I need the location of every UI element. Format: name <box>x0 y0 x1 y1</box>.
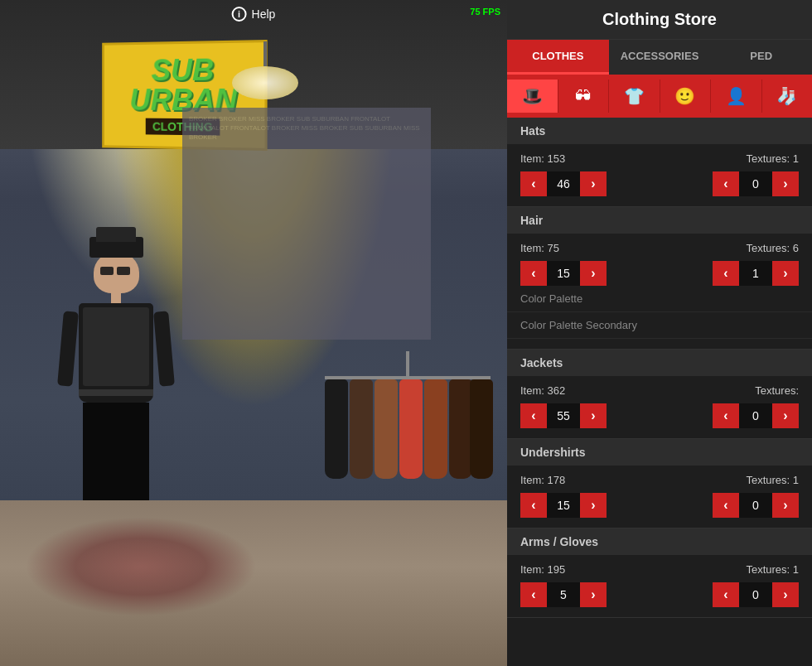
jackets-item-next[interactable]: › <box>580 403 607 428</box>
hats-texture-stepper: ‹ 0 › <box>713 171 799 196</box>
tab-ped[interactable]: PED <box>710 40 812 75</box>
arms-texture-next[interactable]: › <box>772 582 799 607</box>
undershirts-item-label: Item: 178 <box>520 474 565 486</box>
game-viewport: SUB URBAN CLOTHING BROKER BROKER MISS BR… <box>0 0 507 666</box>
hair-item-next[interactable]: › <box>580 261 607 286</box>
hair-texture-next[interactable]: › <box>772 261 799 286</box>
person-icon: 👤 <box>726 86 747 106</box>
category-icon-row: 🎩 🕶 👕 🙂 👤 🧦 <box>507 75 812 118</box>
hat-icon-btn[interactable]: 🎩 <box>507 80 558 113</box>
undershirts-item-value: 15 <box>547 493 580 518</box>
shirt-icon-btn[interactable]: 👕 <box>609 80 660 113</box>
hair-textures-label: Textures: 6 <box>746 242 799 254</box>
hats-texture-prev[interactable]: ‹ <box>713 171 739 196</box>
info-icon: i <box>232 7 247 22</box>
socks-icon-btn[interactable]: 🧦 <box>762 80 813 113</box>
section-arms-header: Arms / Gloves <box>507 528 812 555</box>
fps-counter: 75 FPS <box>470 7 500 17</box>
jackets-item-prev[interactable]: ‹ <box>520 403 547 428</box>
section-undershirts-header: Undershirts <box>507 439 812 466</box>
hair-texture-prev[interactable]: ‹ <box>713 261 739 286</box>
undershirts-texture-prev[interactable]: ‹ <box>713 493 739 518</box>
jackets-textures-label: Textures: <box>755 384 799 397</box>
section-hair-header: Hair <box>507 207 812 234</box>
person-icon-btn[interactable]: 👤 <box>711 80 762 113</box>
hats-item-label: Item: 153 <box>520 152 565 165</box>
hats-item-prev[interactable]: ‹ <box>520 171 547 196</box>
tab-bar: CLOTHES ACCESSORIES PED <box>507 40 812 75</box>
section-hair: Hair Item: 75 Textures: 6 ‹ 15 › ‹ 1 › C… <box>507 207 812 350</box>
hair-item-label: Item: 75 <box>520 242 559 254</box>
undershirts-textures-label: Textures: 1 <box>746 474 799 486</box>
arms-textures-label: Textures: 1 <box>746 563 799 576</box>
hats-texture-value: 0 <box>739 171 772 196</box>
hair-item-prev[interactable]: ‹ <box>520 261 547 286</box>
arms-texture-prev[interactable]: ‹ <box>713 582 739 607</box>
glasses-icon-btn[interactable]: 🕶 <box>558 80 610 113</box>
hair-item-stepper: ‹ 15 › <box>520 261 607 286</box>
undershirts-item-prev[interactable]: ‹ <box>520 493 547 518</box>
socks-icon: 🧦 <box>776 86 797 106</box>
section-hats-header: Hats <box>507 118 812 144</box>
undershirts-item-stepper: ‹ 15 › <box>520 493 607 518</box>
arms-texture-stepper: ‹ 0 › <box>713 582 799 607</box>
jackets-texture-prev[interactable]: ‹ <box>713 403 739 428</box>
arms-item-stepper: ‹ 5 › <box>520 582 607 607</box>
section-undershirts: Undershirts Item: 178 Textures: 1 ‹ 15 ›… <box>507 439 812 528</box>
help-label: Help <box>252 7 276 21</box>
hats-item-stepper: ‹ 46 › <box>520 171 607 196</box>
jackets-texture-next[interactable]: › <box>772 403 799 428</box>
panel-header: Clothing Store <box>507 0 812 40</box>
help-button[interactable]: i Help <box>232 7 276 22</box>
section-arms-gloves: Arms / Gloves Item: 195 Textures: 1 ‹ 5 … <box>507 528 812 618</box>
undershirts-texture-value: 0 <box>739 493 772 518</box>
arms-item-prev[interactable]: ‹ <box>520 582 547 607</box>
tab-accessories[interactable]: ACCESSORIES <box>609 40 711 75</box>
panel-title: Clothing Store <box>520 10 799 29</box>
section-hats: Hats Item: 153 Textures: 1 ‹ 46 › ‹ 0 › <box>507 118 812 207</box>
hair-texture-value: 1 <box>739 261 772 286</box>
arms-item-next[interactable]: › <box>580 582 607 607</box>
hats-texture-next[interactable]: › <box>772 171 799 196</box>
hats-item-value: 46 <box>547 171 580 196</box>
section-jackets: Jackets Item: 362 Textures: ‹ 55 › ‹ 0 › <box>507 350 812 439</box>
undershirts-item-next[interactable]: › <box>580 493 607 518</box>
shirt-icon: 👕 <box>624 86 645 106</box>
hair-texture-stepper: ‹ 1 › <box>713 261 799 286</box>
tab-clothes[interactable]: CLOTHES <box>507 40 609 75</box>
color-palette-secondary-btn[interactable]: Color Palette Secondary <box>507 312 812 339</box>
color-palette-btn[interactable]: Color Palette <box>507 286 812 312</box>
face-icon: 🙂 <box>674 86 695 106</box>
clothing-panel: Clothing Store CLOTHES ACCESSORIES PED 🎩… <box>507 0 812 666</box>
hats-textures-label: Textures: 1 <box>746 152 799 165</box>
arms-item-value: 5 <box>547 582 580 607</box>
jackets-texture-value: 0 <box>739 403 772 428</box>
jackets-texture-stepper: ‹ 0 › <box>713 403 799 428</box>
hair-item-value: 15 <box>547 261 580 286</box>
undershirts-texture-stepper: ‹ 0 › <box>713 493 799 518</box>
jackets-item-value: 55 <box>547 403 580 428</box>
arms-item-label: Item: 195 <box>520 563 565 576</box>
hat-icon: 🎩 <box>522 86 543 106</box>
arms-texture-value: 0 <box>739 582 772 607</box>
jackets-item-label: Item: 362 <box>520 384 565 397</box>
face-icon-btn[interactable]: 🙂 <box>660 80 712 113</box>
section-jackets-header: Jackets <box>507 350 812 376</box>
jackets-item-stepper: ‹ 55 › <box>520 403 607 428</box>
glasses-icon: 🕶 <box>575 87 592 106</box>
undershirts-texture-next[interactable]: › <box>772 493 799 518</box>
hats-item-next[interactable]: › <box>580 171 607 196</box>
